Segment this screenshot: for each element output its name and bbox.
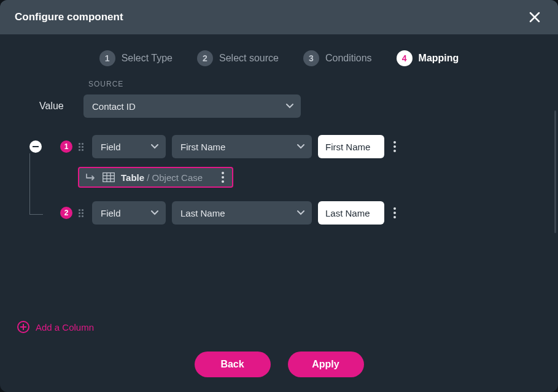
dropdown-selected: Contact ID [92, 101, 136, 112]
apply-button[interactable]: Apply [288, 352, 364, 377]
nested-table-mapping[interactable]: Table / Object Case [78, 167, 233, 188]
configure-component-modal: Configure component 1 Select Type 2 Sele… [0, 0, 558, 392]
chevron-down-icon [297, 210, 304, 215]
wizard-steps: 1 Select Type 2 Select source 3 Conditio… [0, 34, 558, 80]
modal-footer: Back Apply [0, 339, 558, 392]
chevron-down-icon [297, 144, 304, 149]
source-value-dropdown[interactable]: Contact ID [83, 94, 301, 118]
step-label: Select Type [122, 53, 172, 64]
step-label: Conditions [325, 53, 372, 64]
step-number: 2 [197, 50, 213, 66]
scrollbar[interactable] [554, 110, 556, 233]
dropdown-selected: Last Name [180, 208, 225, 218]
tree-connector-vertical [29, 153, 30, 215]
step-number: 3 [303, 50, 319, 66]
nested-mapping: Table / Object Case [78, 167, 543, 188]
step-label: Mapping [419, 53, 459, 64]
drag-handle-icon[interactable] [79, 209, 86, 217]
source-value-row: Value Contact ID [15, 94, 543, 118]
dropdown-selected: First Name [180, 142, 225, 152]
mapping-rows: 1 Field First Name Table / Objec [15, 135, 543, 225]
modal-body: SOURCE Value Contact ID 1 Field [0, 80, 558, 339]
row-name-input[interactable] [318, 201, 384, 225]
step-mapping[interactable]: 4 Mapping [397, 50, 459, 66]
drag-handle-icon[interactable] [79, 143, 86, 151]
svg-rect-0 [103, 173, 115, 182]
row-source-dropdown[interactable]: First Name [172, 135, 312, 158]
close-button[interactable] [526, 9, 543, 26]
row-name-input[interactable] [318, 135, 384, 158]
chevron-down-icon [286, 104, 293, 109]
collapse-button[interactable] [29, 140, 42, 153]
row-type-dropdown[interactable]: Field [92, 201, 166, 225]
source-section: SOURCE Value Contact ID [15, 80, 543, 118]
nested-label: Table / Object Case [121, 172, 203, 183]
dropdown-selected: Field [101, 208, 121, 218]
step-label: Select source [219, 53, 279, 64]
return-arrow-icon [85, 173, 96, 182]
step-conditions[interactable]: 3 Conditions [303, 50, 372, 66]
source-section-label: SOURCE [88, 80, 543, 88]
modal-header: Configure component [0, 0, 558, 34]
step-number: 1 [99, 50, 115, 66]
dropdown-selected: Field [101, 142, 121, 152]
table-icon [103, 172, 115, 182]
nested-actions-menu[interactable] [219, 172, 227, 183]
mapping-row: 2 Field Last Name [15, 201, 543, 225]
row-number-badge: 1 [60, 140, 72, 153]
add-column-label: Add a Column [36, 322, 94, 332]
plus-icon [17, 321, 29, 333]
row-actions-menu[interactable] [390, 207, 399, 218]
back-button[interactable]: Back [195, 352, 271, 377]
value-label: Value [15, 101, 83, 112]
add-column-button[interactable]: Add a Column [17, 321, 94, 333]
step-select-type[interactable]: 1 Select Type [99, 50, 172, 66]
tree-connector-horizontal [29, 214, 43, 215]
row-source-dropdown[interactable]: Last Name [172, 201, 312, 225]
mapping-row: 1 Field First Name [15, 135, 543, 158]
chevron-down-icon [151, 144, 158, 149]
row-actions-menu[interactable] [390, 141, 399, 152]
row-type-dropdown[interactable]: Field [92, 135, 166, 158]
step-number: 4 [397, 50, 413, 66]
row-number-badge: 2 [60, 207, 72, 219]
close-icon [529, 11, 541, 23]
chevron-down-icon [151, 210, 158, 215]
step-select-source[interactable]: 2 Select source [197, 50, 279, 66]
modal-title: Configure component [15, 11, 123, 23]
